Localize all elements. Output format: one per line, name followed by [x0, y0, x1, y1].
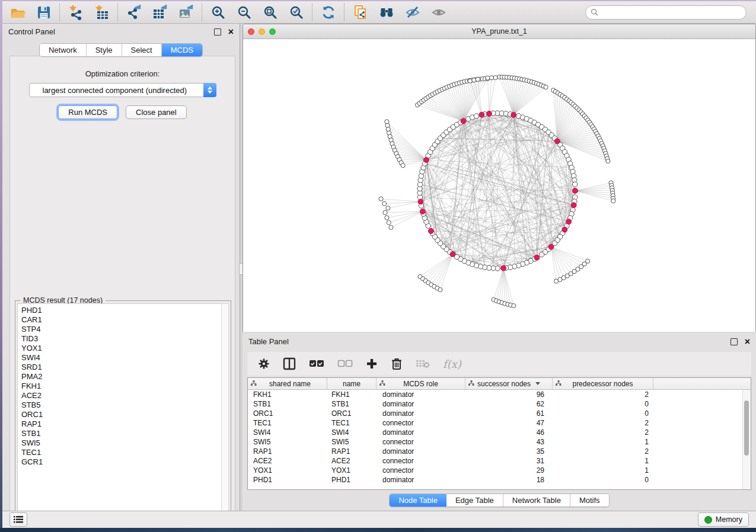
table-panel-tabs: Node Table Edge Table Network Table Moti… — [389, 493, 609, 507]
open-session-button[interactable] — [9, 4, 26, 21]
unselect-all-columns-button[interactable] — [337, 360, 353, 368]
column-header-successor-nodes[interactable]: successor nodes — [465, 378, 553, 389]
delete-table-button[interactable] — [416, 359, 430, 368]
mcds-result-item[interactable]: GCR1 — [21, 457, 222, 467]
tab-motifs[interactable]: Motifs — [570, 494, 609, 507]
select-all-columns-button[interactable] — [309, 360, 324, 368]
mcds-result-item[interactable]: TEC1 — [21, 448, 222, 457]
export-table-button[interactable] — [152, 4, 168, 21]
apply-layout-button[interactable] — [320, 4, 337, 21]
table-scrollbar-thumb[interactable] — [744, 400, 749, 456]
table-cell: 0 — [553, 409, 653, 418]
mcds-result-item[interactable]: YOX1 — [21, 344, 222, 353]
tab-select[interactable]: Select — [122, 44, 162, 56]
mcds-result-item[interactable]: ORC1 — [21, 410, 222, 419]
mcds-result-item[interactable]: STP4 — [21, 325, 222, 334]
optimization-criterion-select[interactable]: largest connected component (undirected) — [29, 83, 216, 97]
mcds-result-item[interactable]: PMA2 — [21, 372, 222, 382]
zoom-fit-button[interactable] — [262, 4, 279, 21]
tab-node-table[interactable]: Node Table — [390, 494, 446, 507]
table-cell: PHD1 — [327, 476, 377, 484]
network-window-titlebar[interactable]: YPA_prune.txt_1 — [243, 24, 755, 39]
import-table-button[interactable] — [94, 4, 110, 21]
mcds-result-list[interactable]: PHD1CAR1STP4TID3YOX1SWI4SRD1PMA2FKH1ACE2… — [17, 303, 222, 518]
table-row[interactable]: TEC1TEC1connector472 — [248, 418, 751, 428]
network-graph[interactable] — [243, 39, 755, 332]
mcds-result-item[interactable]: STB1 — [21, 429, 222, 438]
search-input[interactable] — [601, 7, 741, 17]
table-row[interactable]: ORC1ORC1dominator610 — [248, 409, 751, 418]
table-row[interactable]: YOX1YOX1connector291 — [248, 466, 751, 475]
hide-selected-button[interactable] — [404, 4, 421, 21]
table-row[interactable]: SWI4SWI4dominator462 — [248, 428, 751, 437]
delete-columns-button[interactable] — [391, 357, 403, 370]
table-cell: TEC1 — [327, 419, 377, 427]
table-cell: 2 — [553, 419, 653, 427]
mcds-result-item[interactable]: FKH1 — [21, 382, 222, 391]
run-mcds-button[interactable]: Run MCDS — [58, 105, 117, 119]
mcds-result-item[interactable]: PHD1 — [21, 306, 222, 315]
mcds-result-item[interactable]: TID3 — [21, 334, 222, 344]
mcds-result-item[interactable]: ACE2 — [21, 391, 222, 400]
log-console-button[interactable] — [9, 512, 27, 527]
search-box[interactable] — [585, 5, 747, 20]
close-panel-button[interactable]: Close panel — [126, 105, 187, 119]
function-builder-button[interactable]: f(x) — [443, 358, 461, 370]
trash-icon — [391, 357, 403, 370]
show-all-button[interactable] — [430, 4, 447, 21]
tab-edge-table[interactable]: Edge Table — [446, 494, 503, 507]
save-session-button[interactable] — [36, 4, 52, 21]
column-header-predecessor-nodes[interactable]: predecessor nodes — [553, 378, 653, 389]
table-cell: FKH1 — [327, 390, 377, 399]
zoom-out-button[interactable] — [236, 4, 253, 21]
tab-network-table[interactable]: Network Table — [503, 494, 570, 507]
zoom-selected-button[interactable] — [288, 4, 305, 21]
show-columns-button[interactable] — [283, 357, 296, 370]
table-options-button[interactable] — [258, 358, 270, 370]
table-cell: dominator — [377, 428, 465, 437]
clone-network-button[interactable] — [352, 4, 369, 21]
mcds-result-item[interactable]: RAP1 — [21, 419, 222, 429]
close-panel-icon[interactable]: × — [228, 29, 234, 35]
mcds-result-item[interactable]: STB5 — [21, 400, 222, 410]
table-row[interactable]: PHD1PHD1dominator180 — [248, 475, 751, 485]
mcds-result-item[interactable]: SWI5 — [21, 438, 222, 448]
column-header-mcds-role[interactable]: MCDS role — [377, 378, 465, 389]
tab-style[interactable]: Style — [87, 44, 122, 56]
table-row[interactable]: STB1STB1dominator620 — [248, 399, 751, 409]
optimization-criterion-label: Optimization criterion: — [10, 69, 235, 78]
toolbar-separator — [202, 4, 203, 21]
table-row[interactable]: FKH1FKH1dominator962 — [248, 390, 751, 399]
mcds-result-item[interactable]: CAR1 — [21, 315, 222, 325]
close-panel-icon[interactable]: × — [745, 339, 750, 345]
float-panel-icon[interactable] — [214, 28, 221, 36]
table-cell: 2 — [553, 447, 653, 456]
mcds-result-scrollbar[interactable] — [221, 303, 229, 518]
table-cell: 2 — [553, 390, 653, 399]
tab-mcds[interactable]: MCDS — [162, 44, 202, 56]
import-network-button[interactable] — [68, 4, 84, 21]
table-row[interactable]: ACE2ACE2connector311 — [248, 456, 751, 466]
table-scrollbar[interactable] — [742, 390, 751, 489]
export-network-button[interactable] — [126, 4, 142, 21]
find-neighbors-button[interactable] — [378, 4, 395, 21]
table-row[interactable]: SWI5SWI5connector431 — [248, 437, 751, 447]
memory-button[interactable]: Memory — [698, 512, 749, 527]
mcds-result-item[interactable]: SRD1 — [21, 363, 222, 372]
node-table-body[interactable]: FKH1FKH1dominator962STB1STB1dominator620… — [248, 390, 751, 489]
column-header-name[interactable]: name — [327, 378, 377, 389]
network-canvas[interactable] — [243, 39, 755, 332]
export-image-button[interactable] — [178, 4, 194, 21]
table-cell: YOX1 — [248, 466, 327, 475]
table-cell: SWI4 — [248, 428, 327, 437]
column-header-filler — [653, 378, 751, 389]
mcds-result-item[interactable]: SWI4 — [21, 353, 222, 363]
table-cell: TEC1 — [248, 419, 327, 427]
table-row[interactable]: RAP1RAP1dominator352 — [248, 447, 751, 456]
tab-network[interactable]: Network — [40, 44, 87, 56]
float-panel-icon[interactable] — [731, 338, 738, 345]
zoom-in-button[interactable] — [210, 4, 227, 21]
column-header-shared-name[interactable]: shared name — [248, 378, 327, 389]
create-column-button[interactable] — [366, 358, 378, 370]
main-toolbar — [2, 1, 756, 24]
